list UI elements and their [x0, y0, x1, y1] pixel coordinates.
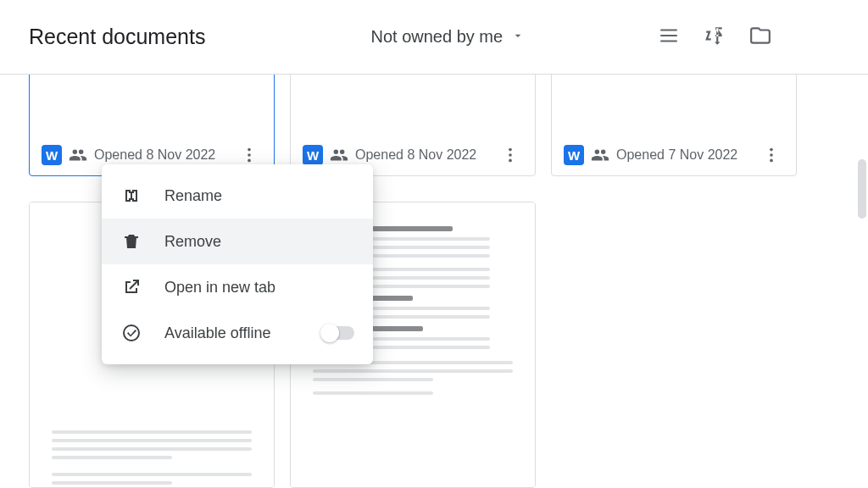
- document-meta: Opened 8 Nov 2022: [94, 147, 215, 163]
- menu-item-available-offline[interactable]: Available offline: [102, 310, 373, 356]
- folder-icon[interactable]: [749, 25, 771, 50]
- svg-point-1: [248, 153, 251, 157]
- svg-point-6: [770, 148, 773, 152]
- scrollbar-thumb[interactable]: [858, 159, 866, 219]
- ownership-filter-dropdown[interactable]: Not owned by me: [370, 27, 525, 47]
- menu-item-label: Available offline: [164, 324, 270, 342]
- chevron-down-icon: [511, 27, 525, 47]
- document-thumbnail: [291, 75, 535, 135]
- document-card-footer: W Opened 7 Nov 2022: [552, 135, 796, 175]
- page-title: Recent documents: [29, 25, 205, 49]
- document-card[interactable]: W Opened 8 Nov 2022: [290, 75, 536, 176]
- word-doc-icon: W: [303, 145, 323, 165]
- word-doc-icon: W: [42, 145, 62, 165]
- document-meta: Opened 8 Nov 2022: [355, 147, 476, 163]
- document-meta: Opened 7 Nov 2022: [616, 147, 737, 163]
- document-thumbnail: [552, 75, 796, 135]
- recent-header: Recent documents Not owned by me: [0, 0, 868, 75]
- svg-point-0: [248, 148, 251, 152]
- menu-item-label: Remove: [164, 233, 221, 251]
- offline-toggle[interactable]: [322, 326, 354, 340]
- rename-icon: [120, 186, 142, 206]
- menu-item-rename[interactable]: Rename: [102, 173, 373, 219]
- svg-point-3: [509, 148, 512, 152]
- more-actions-button[interactable]: [498, 142, 523, 168]
- offline-icon: [120, 323, 142, 343]
- shared-icon: [330, 146, 348, 164]
- shared-icon: [591, 146, 609, 164]
- document-thumbnail: [30, 75, 274, 135]
- more-actions-button[interactable]: [759, 142, 784, 168]
- document-card[interactable]: W Opened 7 Nov 2022: [551, 75, 797, 176]
- svg-point-4: [509, 153, 512, 157]
- list-view-icon[interactable]: [658, 25, 680, 50]
- menu-item-open-new-tab[interactable]: Open in new tab: [102, 264, 373, 310]
- document-card[interactable]: W Opened 8 Nov 2022: [29, 75, 275, 176]
- menu-item-remove[interactable]: Remove: [102, 219, 373, 264]
- word-doc-icon: W: [564, 145, 584, 165]
- trash-icon: [120, 231, 142, 252]
- open-in-new-icon: [120, 277, 142, 297]
- header-view-controls: [658, 25, 771, 50]
- svg-point-7: [770, 153, 773, 157]
- documents-area: W Opened 8 Nov 2022 W Opened 8 Nov 2: [0, 75, 868, 488]
- svg-point-5: [509, 159, 512, 163]
- document-context-menu: Rename Remove Open in new tab Available …: [102, 164, 373, 364]
- menu-item-label: Open in new tab: [164, 279, 275, 297]
- shared-icon: [69, 146, 87, 164]
- svg-point-2: [248, 159, 251, 163]
- ownership-filter-label: Not owned by me: [370, 27, 503, 47]
- svg-point-8: [770, 159, 773, 163]
- menu-item-label: Rename: [164, 187, 222, 205]
- sort-az-icon[interactable]: [704, 25, 726, 50]
